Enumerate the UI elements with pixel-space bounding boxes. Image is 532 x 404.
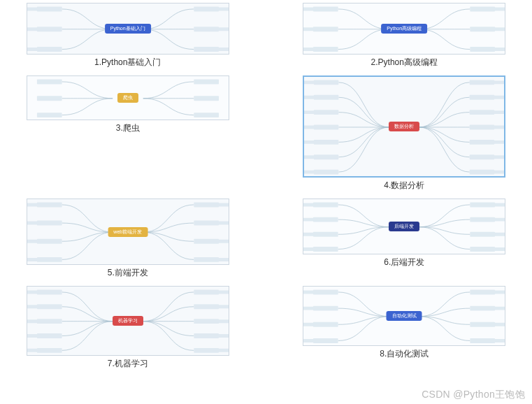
svg-rect-72: [194, 257, 219, 262]
thumbnail-cell: Python基础入门1.Python基础入门: [14, 3, 242, 68]
thumbnail-cell: 爬虫3.爬虫: [14, 75, 242, 192]
thumbnail-caption: 4.数据分析: [384, 180, 424, 192]
svg-rect-81: [303, 247, 315, 251]
mindmap-thumbnail[interactable]: 机器学习: [27, 286, 229, 356]
mindmap-root-node: Python基础入门: [105, 24, 151, 34]
svg-rect-49: [492, 110, 504, 114]
svg-rect-4: [37, 47, 62, 52]
svg-rect-44: [470, 80, 495, 85]
svg-rect-69: [217, 222, 229, 225]
watermark-text: CSDN @Python王饱饱: [422, 389, 525, 401]
mindmap-thumbnail[interactable]: 数据分析: [303, 75, 505, 178]
svg-rect-38: [314, 140, 339, 145]
svg-rect-34: [314, 110, 339, 115]
svg-rect-100: [194, 289, 219, 294]
thumbnail-cell: Python高级编程2.Python高级编程: [291, 3, 519, 68]
svg-rect-1: [27, 7, 39, 10]
svg-rect-75: [303, 203, 315, 206]
mindmap-thumbnail[interactable]: Python高级编程: [303, 3, 505, 55]
svg-rect-43: [304, 171, 316, 174]
svg-rect-83: [493, 203, 505, 206]
svg-rect-61: [27, 222, 39, 225]
svg-rect-22: [470, 47, 496, 52]
svg-rect-10: [194, 47, 219, 52]
svg-rect-122: [470, 322, 496, 327]
svg-rect-85: [493, 218, 505, 222]
svg-rect-106: [194, 333, 219, 338]
svg-rect-78: [313, 232, 338, 237]
svg-rect-119: [493, 290, 505, 294]
svg-rect-7: [217, 7, 229, 10]
svg-rect-89: [493, 247, 505, 251]
svg-rect-60: [37, 221, 62, 226]
mindmap-thumbnail[interactable]: 后端开发: [303, 199, 505, 254]
svg-rect-125: [493, 339, 505, 342]
svg-rect-36: [314, 125, 339, 130]
svg-rect-117: [303, 339, 315, 342]
svg-rect-65: [27, 258, 39, 261]
svg-rect-116: [313, 338, 338, 343]
svg-rect-2: [37, 27, 62, 31]
svg-rect-21: [493, 27, 505, 31]
svg-rect-47: [492, 96, 504, 99]
svg-rect-8: [194, 27, 219, 31]
svg-rect-92: [37, 304, 62, 309]
svg-rect-82: [470, 202, 496, 207]
mindmap-root-node: 自动化测试: [387, 311, 422, 321]
svg-rect-51: [492, 126, 504, 129]
svg-rect-42: [314, 170, 339, 175]
thumbnail-caption: 3.爬虫: [116, 122, 140, 134]
thumbnail-caption: 5.前端开发: [108, 267, 148, 279]
mindmap-root-node: web前端开发: [108, 227, 148, 237]
svg-rect-17: [303, 48, 315, 51]
thumbnail-caption: 2.Python高级编程: [371, 57, 438, 68]
mindmap-thumbnail[interactable]: web前端开发: [27, 199, 229, 265]
svg-rect-105: [217, 319, 229, 323]
svg-rect-14: [313, 27, 338, 31]
svg-rect-9: [217, 27, 229, 31]
svg-rect-55: [492, 155, 504, 159]
svg-rect-58: [37, 202, 62, 207]
svg-rect-13: [303, 7, 315, 10]
mindmap-thumbnail[interactable]: 爬虫: [27, 75, 229, 120]
svg-rect-68: [194, 221, 219, 226]
svg-rect-50: [470, 125, 495, 130]
svg-rect-15: [303, 27, 315, 31]
svg-rect-84: [470, 217, 496, 222]
svg-rect-108: [194, 348, 219, 353]
svg-rect-101: [217, 290, 229, 294]
svg-rect-57: [492, 171, 504, 174]
svg-rect-39: [304, 140, 316, 144]
thumbnail-cell: 自动化测试8.自动化测试: [291, 286, 519, 370]
mindmap-root-node: 爬虫: [117, 93, 138, 103]
svg-rect-77: [303, 218, 315, 222]
svg-rect-56: [470, 170, 495, 175]
svg-rect-59: [27, 203, 39, 206]
svg-rect-31: [304, 80, 316, 84]
svg-rect-76: [313, 217, 338, 222]
svg-rect-25: [37, 96, 62, 101]
svg-rect-48: [470, 110, 495, 115]
svg-rect-3: [27, 27, 39, 31]
mindmap-thumbnail[interactable]: Python基础入门: [27, 3, 229, 55]
svg-rect-26: [37, 113, 62, 117]
svg-rect-115: [303, 323, 315, 326]
svg-rect-29: [194, 113, 219, 117]
svg-rect-103: [217, 305, 229, 308]
svg-rect-19: [493, 7, 505, 10]
svg-rect-112: [313, 306, 338, 311]
svg-rect-118: [470, 289, 496, 294]
svg-rect-102: [194, 304, 219, 309]
thumbnail-caption: 8.自动化测试: [380, 348, 429, 360]
svg-rect-98: [37, 348, 62, 353]
svg-rect-16: [313, 47, 338, 52]
svg-rect-87: [493, 233, 505, 236]
svg-rect-24: [37, 79, 62, 84]
svg-rect-32: [314, 95, 339, 100]
thumbnail-cell: 数据分析4.数据分析: [291, 75, 519, 192]
svg-rect-113: [303, 307, 315, 310]
svg-rect-63: [27, 240, 39, 243]
svg-rect-28: [194, 96, 219, 101]
svg-rect-97: [27, 334, 39, 338]
mindmap-thumbnail[interactable]: 自动化测试: [303, 286, 505, 346]
